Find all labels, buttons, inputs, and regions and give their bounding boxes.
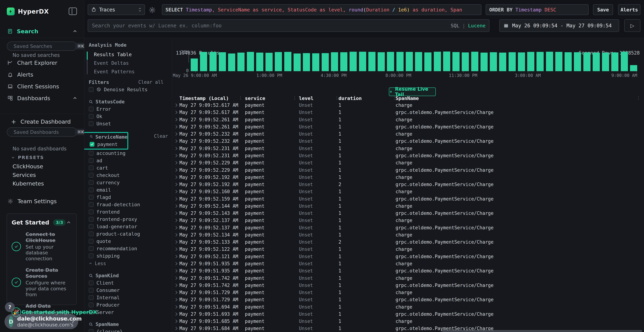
denoise-results-checkbox[interactable]: Denoise Results bbox=[89, 86, 172, 94]
date-range-picker[interactable]: May 26 09:09:54 - May 27 09:09:54 bbox=[499, 19, 619, 32]
checkbox[interactable] bbox=[89, 106, 94, 112]
row-expand-chevron[interactable] bbox=[174, 284, 177, 287]
get-started-header[interactable]: Get Started 3/3 bbox=[12, 219, 72, 226]
filter-option-ad[interactable]: ad bbox=[84, 157, 172, 164]
table-row[interactable]: May 27 9:09:52.229 AMpaymentUnset1grpc.o… bbox=[172, 166, 644, 174]
chevron-up-icon[interactable] bbox=[66, 220, 71, 225]
filter-option-payment[interactable]: payment bbox=[85, 140, 127, 148]
row-expand-chevron[interactable] bbox=[174, 125, 177, 128]
get-started-item-2[interactable]: Create Data SourcesConfigure where your … bbox=[12, 267, 72, 298]
table-row[interactable]: May 27 9:09:52.160 AMpaymentUnset1charge bbox=[172, 188, 644, 195]
horizontal-scrollbar-thumb[interactable] bbox=[442, 330, 642, 332]
table-row[interactable]: May 27 9:09:51.935 AMpaymentUnset1grpc.o… bbox=[172, 267, 644, 274]
table-row[interactable]: May 27 9:09:52.261 AMpaymentUnset1charge bbox=[172, 116, 644, 123]
table-row[interactable]: May 27 9:09:52.192 AMpaymentUnset2grpc.o… bbox=[172, 181, 644, 188]
table-row[interactable]: May 27 9:09:52.232 AMpaymentUnset1grpc.o… bbox=[172, 138, 644, 145]
sidebar-item-team-settings[interactable]: Team Settings bbox=[0, 197, 84, 206]
checkbox[interactable] bbox=[89, 202, 94, 207]
table-row[interactable]: May 27 9:09:52.143 AMpaymentUnset1grpc.o… bbox=[172, 210, 644, 217]
filter-option-currency[interactable]: currency bbox=[84, 179, 172, 186]
row-expand-chevron[interactable] bbox=[174, 255, 177, 258]
column-grip-icon[interactable]: ⋮ bbox=[292, 96, 297, 100]
checkbox[interactable] bbox=[89, 87, 94, 92]
table-row[interactable]: May 27 9:09:52.144 AMpaymentUnset1charge bbox=[172, 202, 644, 210]
row-expand-chevron[interactable] bbox=[174, 168, 177, 172]
checkbox[interactable] bbox=[89, 232, 94, 236]
checkbox[interactable] bbox=[89, 210, 94, 214]
saved-searches-field[interactable] bbox=[13, 43, 75, 49]
column-grip-icon[interactable]: ⋮ bbox=[238, 96, 242, 100]
sidebar-item-dashboards[interactable]: Dashboards bbox=[0, 92, 84, 104]
filter-option-shipping[interactable]: shipping bbox=[84, 252, 172, 260]
table-row[interactable]: May 27 9:09:52.261 AMpaymentUnset1grpc.o… bbox=[172, 123, 644, 130]
saved-dashboards-input[interactable]: ⌘K bbox=[7, 127, 77, 137]
checkbox[interactable] bbox=[89, 288, 94, 293]
filter-option-accounting[interactable]: accounting bbox=[84, 150, 172, 157]
filter-group-header-statuscode[interactable]: StatusCode bbox=[84, 98, 172, 105]
row-expand-chevron[interactable] bbox=[174, 305, 177, 308]
row-expand-chevron[interactable] bbox=[174, 140, 177, 143]
filter-option-Ok[interactable]: Ok bbox=[84, 113, 172, 120]
sidebar-item-client-sessions[interactable]: Client Sessions bbox=[0, 80, 84, 92]
filter-option-Client[interactable]: Client bbox=[84, 279, 172, 286]
row-expand-chevron[interactable] bbox=[174, 190, 177, 193]
order-by-editor[interactable]: ORDER BY Timestamp DESC bbox=[486, 4, 588, 15]
checkbox[interactable] bbox=[89, 158, 94, 163]
filter-option-flagd[interactable]: flagd bbox=[84, 194, 172, 201]
source-settings-gear-icon[interactable] bbox=[149, 6, 156, 14]
table-row[interactable]: May 27 9:09:51.935 AMpaymentUnset1charge bbox=[172, 260, 644, 267]
filter-option-checkout[interactable]: checkout bbox=[84, 172, 172, 179]
checkbox[interactable] bbox=[89, 246, 94, 251]
col-header-duration[interactable]: duration bbox=[338, 96, 362, 101]
saved-searches-input[interactable]: ⌘K bbox=[7, 42, 77, 51]
col-header-service[interactable]: service bbox=[245, 96, 265, 101]
preset-kubernetes[interactable]: Kubernetes bbox=[0, 179, 84, 188]
filter-option-cart[interactable]: cart bbox=[84, 164, 172, 172]
filter-option-Producer[interactable]: Producer bbox=[84, 301, 172, 308]
row-expand-chevron[interactable] bbox=[174, 320, 177, 323]
source-select[interactable]: Traces bbox=[88, 4, 145, 15]
column-grip-icon[interactable]: ⋮ bbox=[335, 96, 339, 100]
filter-option-email[interactable]: email bbox=[84, 186, 172, 194]
filter-option-load-generator[interactable]: load-generator bbox=[84, 223, 172, 230]
clear-filter-link[interactable]: Clear bbox=[154, 134, 168, 139]
row-expand-chevron[interactable] bbox=[174, 111, 177, 114]
checkbox[interactable] bbox=[89, 121, 94, 126]
mode-results-table[interactable]: Results Table bbox=[90, 50, 172, 59]
mode-event-patterns[interactable]: Event Patterns bbox=[90, 67, 172, 76]
checkbox[interactable] bbox=[89, 217, 94, 222]
create-dashboard-button[interactable]: + Create Dashboard bbox=[0, 118, 84, 126]
row-expand-chevron[interactable] bbox=[174, 327, 177, 330]
row-expand-chevron[interactable] bbox=[174, 183, 177, 186]
row-expand-chevron[interactable] bbox=[174, 161, 177, 164]
table-row[interactable]: May 27 9:09:52.133 AMpaymentUnset2grpc.o… bbox=[172, 238, 644, 246]
filter-option-frontend-proxy[interactable]: frontend-proxy bbox=[84, 216, 172, 223]
preset-services[interactable]: Services bbox=[0, 171, 84, 179]
row-expand-chevron[interactable] bbox=[174, 262, 177, 265]
checkbox[interactable] bbox=[89, 302, 94, 307]
filter-group-header-servicename[interactable]: ServiceName bbox=[85, 133, 127, 140]
less-toggle[interactable]: Less bbox=[84, 260, 172, 267]
table-row[interactable]: May 27 9:09:51.729 AMpaymentUnset1grpc.o… bbox=[172, 296, 644, 303]
chevron-up-icon[interactable] bbox=[73, 96, 77, 100]
row-expand-chevron[interactable] bbox=[174, 147, 177, 150]
table-row[interactable]: May 27 9:09:52.232 AMpaymentUnset1charge bbox=[172, 130, 644, 138]
checkbox[interactable] bbox=[89, 254, 94, 258]
table-row[interactable]: May 27 9:09:52.137 AMpaymentUnset1grpc.o… bbox=[172, 224, 644, 231]
table-row[interactable]: May 27 9:09:51.685 AMpaymentUnset1charge bbox=[172, 318, 644, 325]
row-expand-chevron[interactable] bbox=[174, 154, 177, 157]
resume-live-tail-button[interactable]: Resume Live Tail bbox=[389, 88, 436, 96]
table-row[interactable]: May 27 9:09:52.121 AMpaymentUnset1grpc.o… bbox=[172, 253, 644, 260]
get-started-item-1[interactable]: Connect to ClickHouseSet up your databas… bbox=[12, 231, 72, 262]
filter-option-closure[interactable]: {closure} bbox=[84, 328, 172, 332]
row-expand-chevron[interactable] bbox=[174, 240, 177, 244]
table-row[interactable]: May 27 9:09:52.159 AMpaymentUnset1grpc.o… bbox=[172, 195, 644, 202]
event-search-bar[interactable]: SQL | Lucene bbox=[88, 19, 490, 32]
table-row[interactable]: May 27 9:09:51.729 AMpaymentUnset1charge bbox=[172, 289, 644, 296]
filter-option-product-catalog[interactable]: product-catalog bbox=[84, 230, 172, 238]
checkbox-checked[interactable] bbox=[90, 142, 94, 147]
table-row[interactable]: May 27 9:09:52.134 AMpaymentUnset1charge bbox=[172, 231, 644, 238]
table-row[interactable]: May 27 9:09:52.617 AMpaymentUnset1grpc.o… bbox=[172, 109, 644, 116]
filter-option-Server[interactable]: Server bbox=[84, 308, 172, 316]
table-row[interactable]: May 27 9:09:52.229 AMpaymentUnset1charge bbox=[172, 159, 644, 166]
